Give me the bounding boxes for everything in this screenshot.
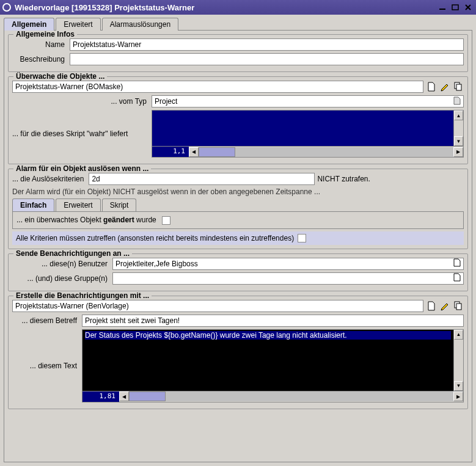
- script-label: ... für die dieses Skript "wahr" liefert: [12, 129, 149, 138]
- type-field[interactable]: Project: [152, 95, 464, 107]
- script-cursor-pos: 1,1: [152, 147, 189, 157]
- desc-input[interactable]: [70, 53, 464, 65]
- content-panel: Allgemeine Infos Name Beschreibung Überw…: [4, 30, 472, 462]
- text-hscroll[interactable]: ◀ ▶: [119, 391, 463, 402]
- all-criteria-checkbox[interactable]: [298, 234, 306, 242]
- simple-text-bold: geändert: [103, 216, 134, 224]
- svg-rect-7: [456, 304, 461, 310]
- simple-text-post: wurde: [134, 216, 156, 224]
- name-label: Name: [12, 40, 67, 49]
- type-label: ... vom Typ: [12, 97, 149, 106]
- subj-label: ... diesem Betreff: [12, 316, 79, 325]
- subtab-erweitert[interactable]: Erweitert: [56, 198, 100, 211]
- group-title-send: Sende Benachrichtigungen an ...: [13, 249, 132, 258]
- script-editor: ▲ ▼ 1,1 ◀ ▶: [152, 110, 464, 158]
- watch-file-text: Projektstatus-Warner (BOMaske): [15, 82, 420, 91]
- crit-suffix: NICHT zutrafen.: [317, 175, 370, 183]
- window: Wiedervorlage [19915328] Projektstatus-W…: [0, 0, 476, 466]
- document-icon: [453, 273, 461, 283]
- group-send: Sende Benachrichtigungen an ... ... dies…: [8, 253, 468, 291]
- svg-rect-5: [456, 84, 461, 90]
- changed-checkbox[interactable]: [162, 216, 170, 225]
- scroll-left-icon[interactable]: ◀: [119, 391, 129, 401]
- tab-erweitert[interactable]: Erweitert: [56, 18, 100, 31]
- group-title-info: Allgemeine Infos: [13, 30, 77, 38]
- user-label: ... diese(n) Benutzer: [12, 260, 110, 268]
- text-label: ... diesem Text: [12, 362, 79, 370]
- minimize-button[interactable]: [437, 2, 448, 12]
- document-icon: [453, 258, 461, 269]
- window-title: Wiedervorlage [19915328] Projektstatus-W…: [15, 3, 435, 12]
- group-watch: Überwache die Objekte ... Projektstatus-…: [8, 76, 468, 164]
- type-text: Project: [155, 97, 453, 106]
- alarm-subpanel: ... ein überwachtes Objekt geändert wurd…: [12, 211, 464, 229]
- scroll-down-icon[interactable]: ▼: [454, 136, 463, 146]
- svg-rect-1: [452, 5, 458, 10]
- alarm-subtabbar: Einfach Erweitert Skript: [12, 198, 464, 211]
- subtab-einfach[interactable]: Einfach: [12, 198, 54, 211]
- text-vscroll[interactable]: ▲ ▼: [453, 330, 463, 391]
- group-title-alarm: Alarm für ein Objekt auslösen wenn ...: [13, 164, 151, 173]
- scroll-up-icon[interactable]: ▲: [454, 330, 463, 340]
- script-hscroll[interactable]: ◀ ▶: [189, 147, 463, 157]
- hscroll-thumb[interactable]: [199, 147, 235, 157]
- subj-input[interactable]: [82, 315, 464, 327]
- create-file-field[interactable]: Projektstatus-Warner (BenVorlage): [12, 300, 423, 312]
- script-textarea[interactable]: [152, 111, 453, 146]
- subtab-skript[interactable]: Skript: [102, 198, 137, 211]
- group-alarm: Alarm für ein Objekt auslösen wenn ... .…: [8, 169, 468, 249]
- hscroll-thumb[interactable]: [129, 391, 166, 401]
- all-criteria-row: Alle Kriterien müssen zutreffen (ansonst…: [12, 231, 464, 245]
- user-text: Projektleiter,Jefe Bigboss: [115, 260, 453, 268]
- scroll-up-icon[interactable]: ▲: [454, 111, 463, 120]
- tab-allgemein[interactable]: Allgemein: [4, 18, 54, 31]
- alarm-note: Der Alarm wird (für ein Objekt) NICHT au…: [12, 187, 464, 196]
- group-field[interactable]: [112, 272, 464, 285]
- edit-icon[interactable]: [439, 81, 450, 92]
- titlebar: Wiedervorlage [19915328] Projektstatus-W…: [0, 0, 476, 15]
- create-file-text: Projektstatus-Warner (BenVorlage): [15, 302, 420, 310]
- name-input[interactable]: [70, 38, 464, 51]
- copy-icon[interactable]: [453, 81, 464, 92]
- main-tabbar: Allgemein Erweitert Alarmauslösungen: [0, 15, 476, 30]
- svg-rect-0: [439, 9, 445, 10]
- simple-text-pre: ... ein überwachtes Objekt: [16, 216, 103, 224]
- close-button[interactable]: [463, 2, 474, 12]
- copy-icon[interactable]: [453, 300, 464, 311]
- new-icon[interactable]: [426, 81, 437, 92]
- maximize-button[interactable]: [450, 2, 461, 12]
- user-field[interactable]: Projektleiter,Jefe Bigboss: [112, 258, 464, 270]
- scroll-right-icon[interactable]: ▶: [453, 147, 463, 157]
- all-criteria-text: Alle Kriterien müssen zutreffen (ansonst…: [16, 234, 294, 242]
- scroll-left-icon[interactable]: ◀: [189, 147, 199, 157]
- scroll-right-icon[interactable]: ▶: [453, 391, 463, 401]
- crit-label: ... die Auslösekriterien: [12, 175, 86, 183]
- text-cursor-pos: 1,81: [82, 391, 119, 402]
- text-editor: Der Status des Projekts ${bo.getName()} …: [82, 329, 464, 402]
- group-title-watch: Überwache die Objekte ...: [13, 72, 107, 81]
- app-icon: [2, 3, 11, 12]
- group-title-create: Erstelle die Benachrichtigungen mit ...: [13, 291, 152, 300]
- edit-icon[interactable]: [439, 300, 450, 311]
- watch-file-field[interactable]: Projektstatus-Warner (BOMaske): [12, 81, 423, 93]
- new-icon[interactable]: [426, 300, 437, 311]
- document-icon: [453, 96, 461, 107]
- group-info: Allgemeine Infos Name Beschreibung: [8, 34, 468, 72]
- script-vscroll[interactable]: ▲ ▼: [453, 111, 463, 146]
- group-label: ... (und) diese Gruppe(n): [12, 274, 110, 283]
- crit-input[interactable]: [89, 173, 315, 185]
- scroll-down-icon[interactable]: ▼: [454, 381, 463, 391]
- tab-alarmausloesungen[interactable]: Alarmauslösungen: [102, 18, 178, 31]
- text-textarea[interactable]: Der Status des Projekts ${bo.getName()} …: [82, 330, 453, 391]
- group-create: Erstelle die Benachrichtigungen mit ... …: [8, 296, 468, 409]
- desc-label: Beschreibung: [12, 55, 67, 64]
